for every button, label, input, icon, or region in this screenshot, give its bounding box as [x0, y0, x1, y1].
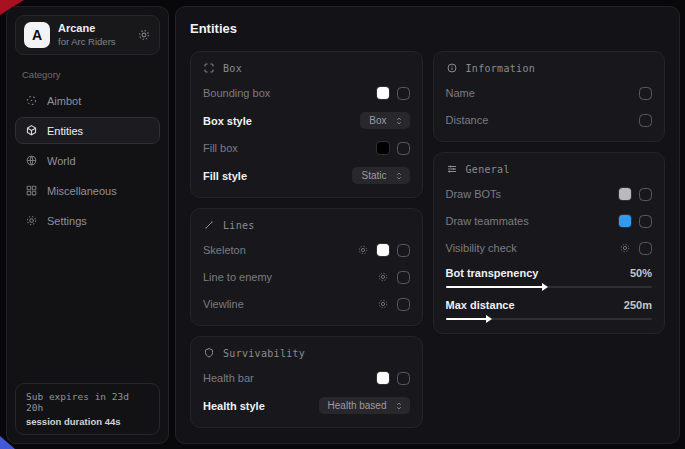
crosshair-icon — [25, 94, 38, 107]
sidebar-item-aimbot[interactable]: Aimbot — [15, 87, 160, 114]
sidebar-item-label: Aimbot — [47, 95, 81, 107]
sidebar-item-entities[interactable]: Entities — [15, 117, 160, 144]
sub-expiry-text: Sub expires in 23d 20h — [26, 391, 149, 413]
sliders-icon — [446, 163, 458, 175]
draw-teammates-checkbox[interactable] — [639, 215, 652, 228]
subscription-card: Sub expires in 23d 20h session duration … — [15, 383, 160, 435]
row-label: Line to enemy — [203, 271, 272, 283]
gear-icon — [25, 214, 38, 227]
max-distance-slider[interactable] — [446, 318, 653, 320]
setting-row-visibility-check: Visibility check — [446, 240, 653, 256]
gear-icon[interactable] — [377, 271, 389, 283]
distance-checkbox[interactable] — [639, 114, 652, 127]
grid-icon — [25, 184, 38, 197]
setting-row-skeleton: Skeleton — [203, 242, 410, 258]
survivability-card: Survivability Health bar Health style He… — [190, 336, 423, 428]
fill-box-checkbox[interactable] — [397, 142, 410, 155]
row-label: Name — [446, 87, 475, 99]
lines-card-header: Lines — [203, 219, 410, 231]
color-swatch[interactable] — [377, 244, 389, 256]
draw-bots-checkbox[interactable] — [639, 188, 652, 201]
sidebar-item-label: Entities — [47, 125, 83, 137]
sidebar: A Arcane for Arc Riders Category Aimbot — [6, 6, 169, 444]
row-label: Bot transpenency — [446, 267, 539, 279]
chevron-up-down-icon — [394, 171, 404, 181]
general-card: General Draw BOTs Draw teammates — [433, 152, 666, 334]
sidebar-item-world[interactable]: World — [15, 147, 160, 174]
info-icon — [446, 62, 458, 74]
setting-row-fill-box: Fill box — [203, 140, 410, 156]
setting-row-name: Name — [446, 85, 653, 101]
slider-value: 50% — [630, 267, 652, 279]
right-column: Information Name Distance — [433, 51, 666, 334]
card-title: Information — [466, 63, 536, 74]
cube-icon — [25, 124, 38, 137]
skeleton-checkbox[interactable] — [397, 244, 410, 257]
row-label: Visibility check — [446, 242, 517, 254]
row-label: Box style — [203, 115, 252, 127]
sidebar-item-miscellaneous[interactable]: Miscellaneous — [15, 177, 160, 204]
row-label: Distance — [446, 114, 489, 126]
information-card-header: Information — [446, 62, 653, 74]
bot-transpenency-slider[interactable] — [446, 286, 653, 288]
chevron-up-down-icon — [394, 116, 404, 126]
color-swatch[interactable] — [377, 372, 389, 384]
gear-icon[interactable] — [619, 242, 631, 254]
row-label: Viewline — [203, 298, 244, 310]
brand-logo: A — [24, 22, 50, 48]
setting-row-bot-transpenency: Bot transpenency 50% — [446, 267, 653, 288]
setting-row-draw-bots: Draw BOTs — [446, 186, 653, 202]
setting-row-health-bar: Health bar — [203, 370, 410, 386]
left-column: Box Bounding box Box style Box — [190, 51, 423, 428]
setting-row-fill-style: Fill style Static — [203, 167, 410, 184]
card-title: General — [466, 164, 510, 175]
health-style-select[interactable]: Health based — [319, 397, 410, 414]
fill-style-select[interactable]: Static — [352, 167, 409, 184]
survivability-card-header: Survivability — [203, 347, 410, 359]
name-checkbox[interactable] — [639, 87, 652, 100]
box-card-header: Box — [203, 62, 410, 74]
slider-fill — [446, 318, 487, 320]
viewline-checkbox[interactable] — [397, 298, 410, 311]
sidebar-item-label: World — [47, 155, 76, 167]
scan-corners-icon — [203, 62, 215, 74]
color-swatch[interactable] — [619, 215, 631, 227]
row-label: Fill box — [203, 142, 238, 154]
bounding-box-checkbox[interactable] — [397, 87, 410, 100]
setting-row-health-style: Health style Health based — [203, 397, 410, 414]
brand-title: Arcane — [58, 22, 116, 35]
visibility-check-checkbox[interactable] — [639, 242, 652, 255]
row-label: Draw teammates — [446, 215, 529, 227]
row-label: Fill style — [203, 170, 247, 182]
general-card-header: General — [446, 163, 653, 175]
setting-row-max-distance: Max distance 250m — [446, 299, 653, 320]
gear-icon[interactable] — [377, 298, 389, 310]
arcane-window: A Arcane for Arc Riders Category Aimbot — [6, 6, 680, 444]
line-to-enemy-checkbox[interactable] — [397, 271, 410, 284]
row-label: Health bar — [203, 372, 254, 384]
gear-icon[interactable] — [137, 28, 151, 42]
health-bar-checkbox[interactable] — [397, 372, 410, 385]
chevron-up-down-icon — [394, 401, 404, 411]
brand-subtitle: for Arc Riders — [58, 36, 116, 47]
card-title: Lines — [223, 220, 255, 231]
setting-row-bounding-box: Bounding box — [203, 85, 410, 101]
page-title: Entities — [190, 21, 665, 36]
setting-row-box-style: Box style Box — [203, 112, 410, 129]
color-swatch[interactable] — [377, 87, 389, 99]
color-swatch[interactable] — [377, 142, 389, 154]
row-label: Skeleton — [203, 244, 246, 256]
session-duration-text: session duration 44s — [26, 416, 149, 427]
sidebar-item-settings[interactable]: Settings — [15, 207, 160, 234]
color-swatch[interactable] — [619, 188, 631, 200]
slider-thumb[interactable] — [486, 315, 492, 323]
slider-fill — [446, 286, 543, 288]
sidebar-item-label: Settings — [47, 215, 87, 227]
gear-icon[interactable] — [357, 244, 369, 256]
brand-text: Arcane for Arc Riders — [58, 22, 116, 48]
setting-row-draw-teammates: Draw teammates — [446, 213, 653, 229]
box-style-select[interactable]: Box — [360, 112, 409, 129]
slider-thumb[interactable] — [542, 283, 548, 291]
select-value: Health based — [328, 400, 387, 411]
lines-card: Lines Skeleton Line to enemy — [190, 208, 423, 326]
